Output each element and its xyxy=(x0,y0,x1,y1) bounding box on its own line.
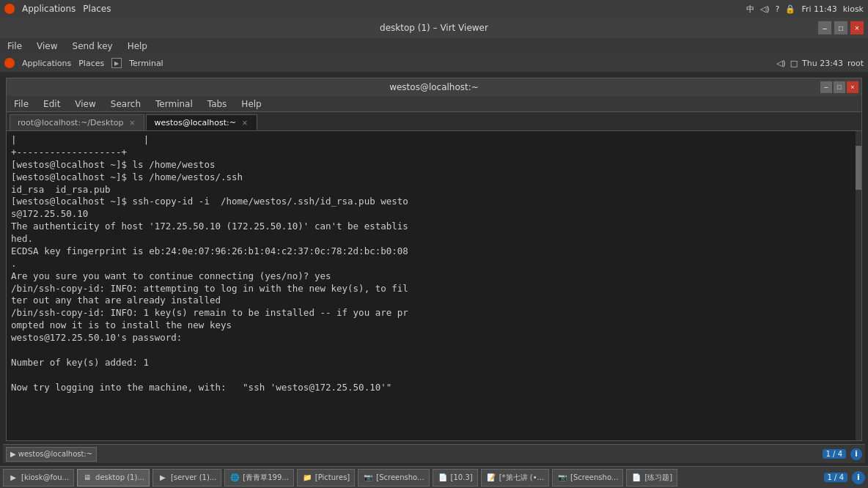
virt-viewer-title: desktop (1) – Virt Viewer xyxy=(380,23,488,33)
taskbar-icon-6: 📄 xyxy=(438,473,448,483)
taskbar-label-7: [*第七讲 (•... xyxy=(499,473,544,483)
taskbar-icon-0: ▶ xyxy=(8,473,18,483)
vm-inner-pager: 1 / 4 xyxy=(823,449,846,459)
virt-menu-file[interactable]: File xyxy=(4,40,25,53)
vm-app-icon xyxy=(4,58,15,68)
taskbar-icon-8: 📷 xyxy=(557,473,567,483)
taskbar-label-1: desktop (1)... xyxy=(95,473,144,481)
term-menu-view[interactable]: View xyxy=(72,97,98,111)
virt-viewer-menu-bar: File View Send key Help xyxy=(0,38,868,54)
vm-user-label: root xyxy=(847,59,864,68)
vm-info-button[interactable]: i xyxy=(852,471,865,484)
terminal-close-button[interactable]: × xyxy=(847,81,858,93)
vm-top-bar-left: Applications Places ▶ Terminal xyxy=(4,58,163,68)
vm-taskbar: ▶ [kiosk@fou... 🖥 desktop (1)... ▶ [serv… xyxy=(0,466,868,488)
virt-menu-help[interactable]: Help xyxy=(125,40,150,53)
vm-taskbar-item-8[interactable]: 📷 [Screensho... xyxy=(552,469,623,487)
taskbar-label-2: [server (1)... xyxy=(171,473,216,481)
terminal-scroll-thumb[interactable] xyxy=(856,146,861,190)
vm-taskbar-item-2[interactable]: ▶ [server (1)... xyxy=(152,469,221,487)
virt-maximize-button[interactable]: □ xyxy=(834,21,847,34)
vm-taskbar-item-9[interactable]: 📄 [练习题] xyxy=(626,469,677,487)
outer-wifi-icon[interactable]: ? xyxy=(776,4,780,14)
tab-0-label: root@localhost:~/Desktop xyxy=(18,118,123,127)
vm-clock: Thu 23:43 xyxy=(802,59,843,68)
virt-close-button[interactable]: × xyxy=(850,21,864,34)
vm-top-bar-right: ◁) □ Thu 23:43 root xyxy=(776,59,864,68)
vm-terminal-menu[interactable]: Terminal xyxy=(129,59,163,68)
virt-minimize-button[interactable]: – xyxy=(818,21,831,34)
virt-viewer-window: desktop (1) – Virt Viewer – □ × File Vie… xyxy=(0,18,868,488)
terminal-title-controls: – □ × xyxy=(820,81,858,93)
taskbar-label-4: [Pictures] xyxy=(315,473,350,481)
vm-taskbar-item-0[interactable]: ▶ [kiosk@fou... xyxy=(3,469,74,487)
virt-viewer-title-bar: desktop (1) – Virt Viewer – □ × xyxy=(0,18,868,38)
taskbar-label-9: [练习题] xyxy=(644,473,672,483)
outer-applications-menu[interactable]: Applications xyxy=(22,4,76,14)
outer-lang-indicator: 中 xyxy=(746,4,754,15)
taskbar-icon-5: 📷 xyxy=(363,473,373,483)
terminal-minimize-button[interactable]: – xyxy=(820,81,832,93)
vm-taskbar-item-4[interactable]: 📁 [Pictures] xyxy=(297,469,355,487)
terminal-tab-1[interactable]: westos@localhost:~ × xyxy=(146,114,257,130)
taskbar-icon-9: 📄 xyxy=(631,473,641,483)
term-menu-file[interactable]: File xyxy=(11,97,32,111)
terminal-title-bar: westos@localhost:~ – □ × xyxy=(7,78,861,96)
vm-taskbar-right: 1 / 4 i xyxy=(824,471,865,484)
vm-top-bar: Applications Places ▶ Terminal ◁) □ Thu … xyxy=(0,54,868,72)
term-menu-edit[interactable]: Edit xyxy=(40,97,63,111)
vm-taskbar-terminal-icon: ▶ xyxy=(10,450,16,458)
vm-volume-icon[interactable]: ◁) xyxy=(776,59,786,68)
vm-places-menu[interactable]: Places xyxy=(78,59,104,68)
taskbar-label-5: [Screensho... xyxy=(376,473,424,481)
taskbar-icon-1: 🖥 xyxy=(82,473,92,483)
outer-places-menu[interactable]: Places xyxy=(83,4,111,14)
outer-top-bar-right: 中 ◁) ? 🔒 Fri 11:43 kiosk xyxy=(746,4,864,15)
vm-window: Applications Places ▶ Terminal ◁) □ Thu … xyxy=(0,54,868,488)
vm-taskbar-terminal[interactable]: ▶ westos@localhost:~ xyxy=(6,447,97,462)
outer-user-label: kiosk xyxy=(843,4,864,14)
taskbar-label-0: [kiosk@fou... xyxy=(21,473,69,481)
vm-terminal-icon: ▶ xyxy=(111,58,122,68)
vm-applications-menu[interactable]: Applications xyxy=(22,59,71,68)
terminal-tabs: root@localhost:~/Desktop × westos@localh… xyxy=(7,112,861,131)
vm-taskbar-item-1[interactable]: 🖥 desktop (1)... xyxy=(77,469,150,487)
virt-menu-view[interactable]: View xyxy=(34,40,60,53)
outer-clock: Fri 11:43 xyxy=(801,4,836,14)
outer-top-bar: Applications Places 中 ◁) ? 🔒 Fri 11:43 k… xyxy=(0,0,868,18)
taskbar-label-6: [10.3] xyxy=(451,473,473,481)
vm-taskbar-item-7[interactable]: 📝 [*第七讲 (•... xyxy=(481,469,549,487)
terminal-menu-bar: File Edit View Search Terminal Tabs Help xyxy=(7,96,861,112)
tab-1-label: westos@localhost:~ xyxy=(154,118,236,127)
vm-inner-taskbar: ▶ westos@localhost:~ 1 / 4 i xyxy=(3,444,865,463)
tab-1-close[interactable]: × xyxy=(240,118,249,127)
term-menu-search[interactable]: Search xyxy=(108,97,144,111)
term-menu-help[interactable]: Help xyxy=(238,97,264,111)
vm-taskbar-item-5[interactable]: 📷 [Screensho... xyxy=(358,469,429,487)
term-menu-terminal[interactable]: Terminal xyxy=(152,97,196,111)
terminal-scrollbar[interactable] xyxy=(856,131,861,440)
terminal-maximize-button[interactable]: □ xyxy=(834,81,845,93)
vm-taskbar-item-6[interactable]: 📄 [10.3] xyxy=(433,469,478,487)
terminal-window: westos@localhost:~ – □ × File Edit View … xyxy=(6,78,862,441)
terminal-content[interactable]: | | +-------------------+ [westos@localh… xyxy=(7,131,861,440)
vm-info-button[interactable]: i xyxy=(850,448,862,460)
outer-top-bar-left: Applications Places xyxy=(4,4,111,14)
terminal-title: westos@localhost:~ xyxy=(389,82,479,92)
taskbar-icon-2: ▶ xyxy=(158,473,168,483)
tab-0-close[interactable]: × xyxy=(128,119,136,127)
taskbar-icon-4: 📁 xyxy=(302,473,312,483)
vm-taskbar-item-3[interactable]: 🌐 [青青草199... xyxy=(224,469,294,487)
taskbar-label-8: [Screensho... xyxy=(570,473,618,481)
vm-pager-badge: 1 / 4 xyxy=(824,473,847,482)
vm-display-icon[interactable]: □ xyxy=(790,59,798,68)
virt-menu-sendkey[interactable]: Send key xyxy=(70,40,116,53)
taskbar-icon-7: 📝 xyxy=(486,473,496,483)
term-menu-tabs[interactable]: Tabs xyxy=(205,97,230,111)
vm-taskbar-terminal-label: westos@localhost:~ xyxy=(18,450,92,458)
virt-viewer-controls: – □ × xyxy=(818,21,864,34)
outer-lock-icon[interactable]: 🔒 xyxy=(785,4,795,14)
outer-volume-icon[interactable]: ◁) xyxy=(760,4,770,14)
vm-inner-taskbar-right: 1 / 4 i xyxy=(823,448,862,460)
terminal-tab-0[interactable]: root@localhost:~/Desktop × xyxy=(10,114,144,130)
